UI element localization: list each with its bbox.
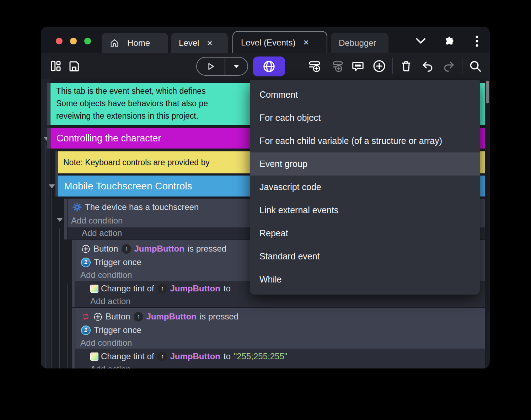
group-title: Mobile Touchscreen Controls [64, 181, 192, 192]
action-value: "255;255;255" [234, 351, 288, 361]
note-text: Note: Keyboard controls are provided by [63, 158, 210, 167]
zoom-window-button[interactable] [84, 38, 91, 44]
menu-item-for-each-child-variable-of-a-structure-or-array[interactable]: For each child variable (of a structure … [250, 129, 480, 152]
action-text: Change tint of [101, 351, 154, 361]
gear-icon [72, 202, 82, 212]
close-tab-icon[interactable]: × [207, 38, 212, 49]
object-name: JumpButton [134, 244, 184, 254]
action-text: Change tint of [101, 284, 154, 294]
object-thumbnail-icon: ↑ [122, 244, 131, 254]
titlebar: Home Level × Level (Events) × Debugger [41, 27, 490, 53]
tab-home[interactable]: Home [102, 33, 168, 53]
chevron-down-icon[interactable] [415, 37, 427, 47]
event-jump-pressed-2[interactable]: Button ↑ JumpButton is pressed 1 Trigger… [75, 308, 485, 349]
object-name: JumpButton [170, 284, 220, 294]
add-event-icon [307, 59, 322, 73]
close-tab-icon[interactable]: × [303, 37, 309, 48]
close-window-button[interactable] [56, 38, 63, 44]
object-name: JumpButton [170, 351, 220, 361]
search-button[interactable] [467, 58, 483, 74]
add-condition-link[interactable]: Add condition [80, 338, 132, 348]
kebab-menu-icon[interactable] [475, 36, 479, 48]
condition-text: is pressed [200, 312, 238, 322]
condition-text: The device has a touchscreen [85, 202, 199, 212]
redo-button[interactable] [441, 58, 457, 74]
behavior-name: Button [106, 312, 130, 322]
save-icon[interactable] [66, 58, 82, 74]
app-window: Home Level × Level (Events) × Debugger [41, 27, 490, 368]
indent-guide [59, 228, 60, 368]
condition-text: Trigger once [94, 257, 141, 267]
tab-label: Level [179, 38, 199, 48]
undo-icon [421, 59, 434, 73]
menu-item-link-external-events[interactable]: Link external events [250, 199, 480, 222]
minimize-window-button[interactable] [70, 38, 77, 44]
indent-guide [45, 142, 45, 368]
redo-icon [442, 59, 456, 73]
condition-text: Trigger once [94, 325, 141, 335]
menu-item-standard-event[interactable]: Standard event [250, 245, 480, 268]
menu-item-javascript-code[interactable]: Javascript code [250, 176, 480, 199]
drag-handle[interactable] [64, 199, 67, 239]
dropdown-caret-icon [233, 64, 240, 69]
add-action-link[interactable]: Add action [82, 228, 122, 238]
indent-guide [67, 284, 68, 368]
invert-condition-icon [81, 312, 90, 321]
tab-level[interactable]: Level × [171, 33, 228, 53]
context-menu: CommentFor each objectFor each child var… [250, 80, 480, 295]
trigger-once-icon: 1 [81, 325, 91, 335]
home-icon [109, 38, 119, 48]
menu-item-repeat[interactable]: Repeat [250, 222, 480, 245]
plus-circle-icon [372, 59, 386, 73]
menu-item-for-each-object[interactable]: For each object [250, 106, 480, 129]
tab-label: Level (Events) [241, 38, 295, 48]
drag-handle[interactable] [47, 83, 50, 125]
add-comment-icon [351, 59, 365, 73]
menu-item-comment[interactable]: Comment [250, 83, 480, 106]
tint-icon [90, 285, 98, 293]
add-action-link[interactable]: Add action [90, 296, 130, 306]
indent-guide [51, 189, 52, 368]
drag-handle[interactable] [55, 151, 58, 196]
tab-label: Debugger [339, 38, 376, 48]
add-condition-link[interactable]: Add condition [71, 216, 123, 226]
puzzle-icon[interactable] [443, 35, 455, 48]
action-text: to [224, 284, 231, 294]
trash-icon [400, 60, 413, 72]
menu-item-event-group[interactable]: Event group [250, 152, 480, 176]
add-comment-button[interactable] [350, 58, 366, 74]
drag-handle[interactable] [72, 240, 75, 307]
scrollbar-thumb[interactable] [486, 81, 489, 103]
search-icon [468, 59, 482, 73]
collapse-arrow[interactable] [49, 184, 55, 188]
preview-options-button[interactable] [225, 58, 247, 75]
actions-jump-2[interactable]: Change tint of ↑ JumpButton to "255;255;… [75, 349, 485, 368]
add-condition-link[interactable]: Add condition [80, 270, 132, 280]
drag-handle[interactable] [72, 308, 75, 368]
play-button[interactable] [197, 58, 225, 75]
collapse-arrow[interactable] [57, 218, 63, 222]
preview-split-button [196, 57, 248, 76]
add-event-button[interactable] [307, 58, 322, 74]
toolbar-divider [392, 58, 393, 74]
dpad-button-icon [93, 312, 103, 322]
dpad-button-icon [81, 244, 91, 254]
undo-button[interactable] [420, 58, 435, 74]
add-action-link[interactable]: Add action [90, 364, 130, 368]
tab-level-events[interactable]: Level (Events) × [232, 31, 327, 53]
add-subevent-button[interactable] [329, 58, 345, 74]
layout-panel-icon[interactable] [48, 58, 64, 74]
choose-event-button[interactable] [371, 58, 387, 74]
group-title: Controlling the character [57, 133, 161, 144]
drag-handle[interactable] [47, 128, 50, 149]
menu-item-while[interactable]: While [250, 268, 480, 291]
object-thumbnail-icon: ↑ [157, 352, 167, 361]
add-event-type-button[interactable] [253, 56, 285, 76]
delete-button[interactable] [398, 58, 414, 74]
toolbar-divider [462, 58, 462, 74]
condition-text: is pressed [188, 244, 226, 254]
play-icon [206, 62, 215, 71]
object-name: JumpButton [146, 312, 196, 322]
tint-icon [90, 352, 98, 361]
tab-debugger[interactable]: Debugger [331, 33, 388, 53]
